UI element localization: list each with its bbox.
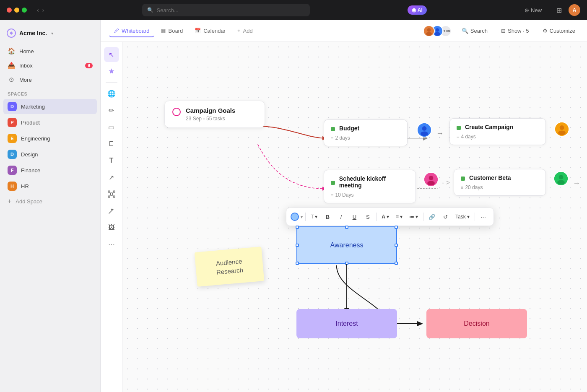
bold-button[interactable]: B [322,211,333,223]
tool-note[interactable]: 🗒 [104,136,119,151]
kickoff-card[interactable]: Schedule kickoff meeting ≡ 10 Days [324,170,416,203]
more-format-button[interactable]: ⋯ [478,211,489,223]
add-space-button[interactable]: + Add Space [3,195,97,208]
sticky-note[interactable]: Audience Research [195,247,265,287]
calendar-tab-icon: 📅 [195,28,201,34]
canvas-area[interactable]: Campaign Goals 23 Sep 55 tasks Bu [122,42,587,392]
sidebar-item-more[interactable]: ⊙ More [3,73,97,86]
tool-sparkle[interactable] [104,64,119,79]
grid-icon[interactable]: ⊞ [556,6,562,14]
customer-beta-card[interactable]: Customer Beta ≡ 20 days [454,169,546,196]
gear-icon: ⚙ [543,28,548,34]
budget-to-campaign-arrow: → [436,129,444,138]
tool-cursor[interactable]: ↖ [104,47,119,62]
svg-marker-36 [417,321,423,326]
inbox-icon: 📥 [8,62,15,69]
task-convert-button[interactable]: ↺ [439,211,451,223]
color-picker-button[interactable] [291,213,299,221]
show-header-button[interactable]: ⊟ Show · 5 [498,26,532,36]
brand[interactable]: Acme Inc. ▾ [0,25,100,44]
maximize-button[interactable] [22,8,27,13]
titlebar-search-input[interactable] [157,7,305,13]
task-chevron: ▾ [467,214,470,220]
list-dropdown[interactable]: ≔ ▾ [407,211,421,223]
task-type-dropdown[interactable]: Task ▾ [453,211,472,223]
tab-calendar-label: Calendar [203,28,226,34]
color-chevron-icon[interactable]: ▾ [301,215,303,219]
titlebar-search-bar[interactable]: 🔍 [142,4,310,16]
close-button[interactable] [7,8,12,13]
underline-button[interactable]: U [348,211,360,223]
space-item-marketing[interactable]: D Marketing [3,99,97,114]
svg-point-27 [558,131,566,135]
handle-bc[interactable] [345,262,348,265]
customize-header-button[interactable]: ⚙ Customize [539,26,579,36]
sidebar-item-home[interactable]: 🏠 Home [3,44,97,58]
create-campaign-title: Create Campaign [465,124,513,130]
space-label-product: Product [21,119,40,126]
decision-label: Decision [464,320,489,327]
handle-br[interactable] [395,262,398,265]
interest-box[interactable]: Interest [296,309,397,338]
main-content: 🖊 Whiteboard ▦ Board 📅 Calendar + Add [101,20,587,392]
handle-mr[interactable] [395,244,398,247]
kickoff-title: Schedule kickoff meeting [339,175,409,189]
customer-beta-meta: ≡ 20 days [461,184,539,190]
budget-task-card[interactable]: Budget ≡ 2 days [324,119,408,146]
strikethrough-button[interactable]: S [362,211,374,223]
tool-arrow[interactable]: ↗ [104,170,119,185]
handle-tc[interactable] [345,226,348,229]
forward-arrow[interactable]: › [42,7,44,13]
user-avatar[interactable]: A [569,4,580,16]
search-header-button[interactable]: 🔍 Search [458,26,491,36]
font-style-dropdown[interactable]: T ▾ [308,211,320,223]
tool-more[interactable]: ⋯ [104,237,119,252]
tab-calendar[interactable]: 📅 Calendar [190,25,231,37]
tool-globe[interactable]: 🌐 [104,86,119,101]
sidebar-item-inbox[interactable]: 📥 Inbox 9 [3,59,97,72]
svg-line-14 [110,195,111,196]
handle-bl[interactable] [296,262,299,265]
tool-network[interactable] [104,187,119,202]
link-button[interactable]: 🔗 [426,211,438,223]
tool-rectangle[interactable]: ▭ [104,119,119,135]
tab-board-label: Board [168,28,183,34]
tab-board[interactable]: ▦ Board [156,25,188,37]
new-button[interactable]: ⊕ New [525,7,542,13]
space-item-product[interactable]: P Product [3,115,97,130]
home-icon: 🏠 [8,47,15,55]
handle-tr[interactable] [395,226,398,229]
text-color-dropdown[interactable]: A ▾ [379,211,392,223]
align-dropdown[interactable]: ≡ ▾ [393,211,405,223]
budget-status-dot [331,127,335,131]
back-arrow[interactable]: ‹ [37,7,39,13]
minimize-button[interactable] [14,8,19,13]
tool-pencil[interactable]: ✏ [104,103,119,118]
sticky-note-text: Audience Research [216,257,243,275]
tool-magic[interactable] [104,203,119,218]
tool-text[interactable]: T [104,153,119,168]
budget-meta: ≡ 2 days [331,135,400,141]
campaign-goals-card[interactable]: Campaign Goals 23 Sep 55 tasks [164,101,265,128]
decision-box[interactable]: Decision [426,309,527,338]
space-item-hr[interactable]: H HR [3,179,97,194]
handle-tl[interactable] [296,226,299,229]
customer-beta-lines-icon: ≡ [461,185,463,190]
sidebar: Acme Inc. ▾ 🏠 Home 📥 Inbox 9 ⊙ More Spac… [0,20,101,392]
tool-image[interactable]: 🖼 [104,220,119,235]
tab-whiteboard[interactable]: 🖊 Whiteboard [109,25,154,37]
space-item-engineering[interactable]: E Engineering [3,131,97,146]
spaces-list: D Marketing P Product E Engineering D De… [0,99,100,208]
awareness-box[interactable]: Awareness [296,226,397,264]
space-item-finance[interactable]: F Finance [3,163,97,178]
svg-point-26 [560,125,564,130]
handle-ml[interactable] [296,244,299,247]
board-tab-icon: ▦ [161,28,166,34]
show-label: Show · 5 [508,28,529,34]
italic-button[interactable]: I [335,211,347,223]
space-item-design[interactable]: D Design [3,147,97,162]
ai-badge[interactable]: ◉ AI [408,5,427,15]
create-campaign-card[interactable]: Create Campaign ≡ 4 days [449,118,546,145]
add-view-button[interactable]: + Add [232,25,258,37]
space-label-hr: HR [21,183,29,190]
